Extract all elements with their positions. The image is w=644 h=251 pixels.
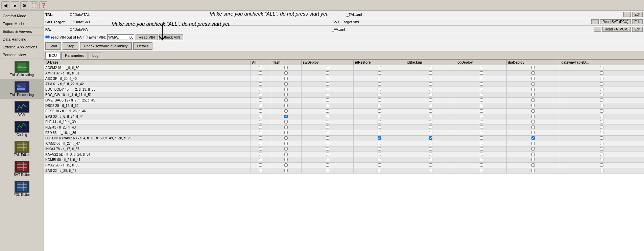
start-button[interactable]: Start — [45, 42, 61, 50]
checkbox-ibadeploy[interactable] — [531, 147, 535, 151]
checkbox-all[interactable] — [259, 88, 262, 91]
checkbox-flash[interactable] — [284, 131, 288, 134]
checkbox-all[interactable] — [259, 66, 262, 69]
cell-checkbox-idrestore[interactable] — [354, 163, 405, 168]
checkbox-idbackup[interactable] — [429, 136, 432, 140]
sidebar-item-tal-proc[interactable]: TAL TAL-Processing — [0, 79, 44, 99]
fa-browse-button[interactable]: ... — [594, 27, 601, 32]
checkbox-swdeploy[interactable] — [326, 147, 329, 151]
cell-checkbox-ibadeploy[interactable] — [507, 71, 560, 76]
checkbox-cddeploy[interactable] — [480, 104, 483, 107]
cell-checkbox-swdeploy[interactable] — [301, 114, 354, 119]
cell-checkbox-flash[interactable] — [271, 119, 302, 125]
checkbox-swdeploy[interactable] — [326, 115, 329, 118]
fa-read-button[interactable]: Read FA (VCM) — [602, 27, 631, 32]
checkbox-idbackup[interactable] — [429, 115, 432, 118]
checkbox-idbackup[interactable] — [429, 104, 432, 107]
tal-browse-button[interactable]: ... — [623, 12, 631, 17]
checkbox-swdeploy[interactable] — [326, 153, 329, 156]
cell-checkbox-gw[interactable] — [560, 168, 644, 174]
checkbox-cddeploy[interactable] — [480, 66, 483, 69]
checkbox-cddeploy[interactable] — [480, 93, 483, 96]
checkbox-gw[interactable] — [600, 82, 603, 86]
checkbox-idbackup[interactable] — [429, 153, 432, 156]
svt-read-button[interactable]: Read SVT (ECU) — [600, 19, 631, 24]
cell-checkbox-cddeploy[interactable] — [456, 125, 507, 130]
cell-checkbox-swdeploy[interactable] — [301, 109, 354, 114]
checkbox-cddeploy[interactable] — [480, 126, 483, 129]
cell-checkbox-idbackup[interactable] — [405, 130, 456, 136]
cell-checkbox-flash[interactable] — [271, 87, 302, 92]
sidebar-item-tal-editor[interactable]: TAL-Editor — [0, 139, 44, 159]
checkbox-ibadeploy[interactable] — [531, 109, 535, 113]
checkbox-swdeploy[interactable] — [326, 169, 329, 172]
cell-checkbox-ibadeploy[interactable] — [507, 168, 560, 174]
sidebar-item-data-handling[interactable]: Data Handling — [0, 36, 44, 43]
sidebar-item-coding[interactable]: Coding — [0, 119, 44, 139]
checkbox-idrestore[interactable] — [378, 98, 381, 102]
cell-checkbox-gw[interactable] — [560, 103, 644, 109]
checkbox-all[interactable] — [259, 147, 262, 151]
cell-checkbox-swdeploy[interactable] — [301, 146, 354, 152]
checkbox-flash[interactable] — [284, 147, 288, 151]
checkbox-flash[interactable] — [284, 98, 288, 102]
fa-edit-button[interactable]: Edit — [632, 27, 643, 32]
cell-checkbox-flash[interactable] — [271, 136, 302, 141]
settings-button[interactable]: ⚙ — [20, 1, 28, 9]
cell-checkbox-idbackup[interactable] — [405, 65, 456, 71]
cell-checkbox-idrestore[interactable] — [354, 103, 405, 109]
checkbox-all[interactable] — [259, 142, 262, 145]
cell-checkbox-all[interactable] — [251, 125, 271, 130]
checkbox-idbackup[interactable] — [429, 88, 432, 91]
checkbox-idbackup[interactable] — [429, 158, 432, 161]
cell-checkbox-all[interactable] — [251, 87, 271, 92]
cell-checkbox-gw[interactable] — [560, 109, 644, 114]
cell-checkbox-cddeploy[interactable] — [456, 65, 507, 71]
cell-checkbox-all[interactable] — [251, 114, 271, 119]
checkbox-idrestore[interactable] — [378, 120, 381, 123]
checkbox-gw[interactable] — [600, 142, 603, 145]
checkbox-ibadeploy[interactable] — [531, 82, 535, 86]
sidebar-item-fdl-editor[interactable]: FDL-Editor — [0, 179, 44, 199]
checkbox-swdeploy[interactable] — [326, 82, 329, 86]
checkbox-idrestore[interactable] — [378, 163, 381, 167]
cell-checkbox-idrestore[interactable] — [354, 76, 405, 82]
checkbox-flash[interactable] — [284, 109, 288, 113]
checkbox-idbackup[interactable] — [429, 147, 432, 151]
cell-checkbox-flash[interactable] — [271, 130, 302, 136]
checkbox-ibadeploy[interactable] — [531, 77, 535, 80]
checkbox-idrestore[interactable] — [378, 153, 381, 156]
checkbox-flash[interactable] — [284, 88, 288, 91]
checkbox-idrestore[interactable] — [378, 77, 381, 80]
checkbox-gw[interactable] — [600, 115, 603, 118]
cell-checkbox-gw[interactable] — [560, 92, 644, 98]
cell-checkbox-idbackup[interactable] — [405, 76, 456, 82]
checkbox-idrestore[interactable] — [378, 158, 381, 161]
checkbox-ibadeploy[interactable] — [531, 120, 535, 123]
cell-checkbox-cddeploy[interactable] — [456, 146, 507, 152]
checkbox-gw[interactable] — [600, 147, 603, 151]
cell-checkbox-idrestore[interactable] — [354, 168, 405, 174]
cell-checkbox-swdeploy[interactable] — [301, 157, 354, 163]
cell-checkbox-flash[interactable] — [271, 65, 302, 71]
cell-checkbox-cddeploy[interactable] — [456, 98, 507, 103]
cell-checkbox-idrestore[interactable] — [354, 98, 405, 103]
cell-checkbox-idrestore[interactable] — [354, 114, 405, 119]
checkbox-gw[interactable] — [600, 104, 603, 107]
cell-checkbox-ibadeploy[interactable] — [507, 125, 560, 130]
cell-checkbox-swdeploy[interactable] — [301, 98, 354, 103]
cell-checkbox-cddeploy[interactable] — [456, 163, 507, 168]
cell-checkbox-idbackup[interactable] — [405, 71, 456, 76]
checkbox-flash[interactable] — [284, 120, 288, 123]
cell-checkbox-idbackup[interactable] — [405, 114, 456, 119]
checkbox-cddeploy[interactable] — [480, 98, 483, 102]
cell-checkbox-flash[interactable] — [271, 114, 302, 119]
table-container[interactable]: ID-Base All flash swDeploy idRestore idB… — [44, 60, 644, 251]
cell-checkbox-gw[interactable] — [560, 98, 644, 103]
stop-button[interactable]: Stop — [63, 42, 78, 50]
cell-checkbox-idrestore[interactable] — [354, 71, 405, 76]
cell-checkbox-cddeploy[interactable] — [456, 157, 507, 163]
cell-checkbox-ibadeploy[interactable] — [507, 146, 560, 152]
checkbox-gw[interactable] — [600, 93, 603, 96]
cell-checkbox-idbackup[interactable] — [405, 136, 456, 141]
